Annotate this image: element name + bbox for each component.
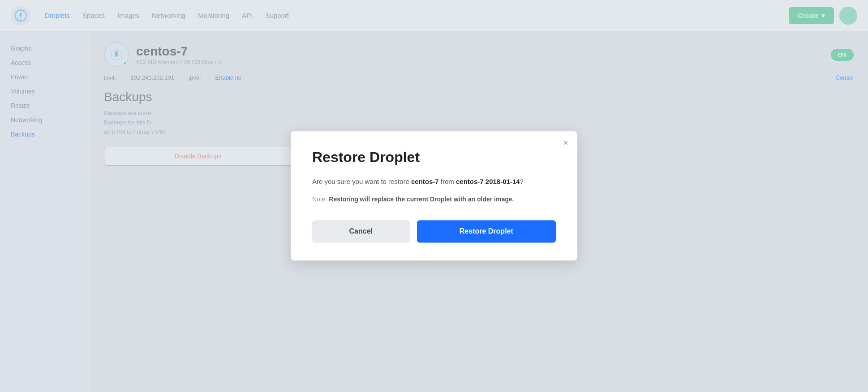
modal-title: Restore Droplet [312, 149, 556, 166]
modal-body-prefix: Are you sure you want to restore [312, 178, 411, 185]
cancel-button[interactable]: Cancel [312, 221, 410, 243]
restore-droplet-button[interactable]: Restore Droplet [417, 221, 556, 243]
modal-body-suffix: ? [520, 178, 524, 185]
modal-note-text: Restoring will replace the current Dropl… [329, 196, 514, 203]
restore-droplet-modal: × Restore Droplet Are you sure you want … [291, 131, 577, 260]
modal-droplet-name: centos-7 [411, 178, 439, 185]
modal-body: Are you sure you want to restore centos-… [312, 176, 556, 187]
modal-backup-name: centos-7 2018-01-14 [456, 178, 520, 185]
modal-body-from: from [439, 178, 456, 185]
modal-close-button[interactable]: × [563, 138, 568, 147]
modal-note: Note: Restoring will replace the current… [312, 194, 556, 204]
modal-note-prefix: Note: [312, 196, 329, 203]
modal-actions: Cancel Restore Droplet [312, 221, 556, 243]
